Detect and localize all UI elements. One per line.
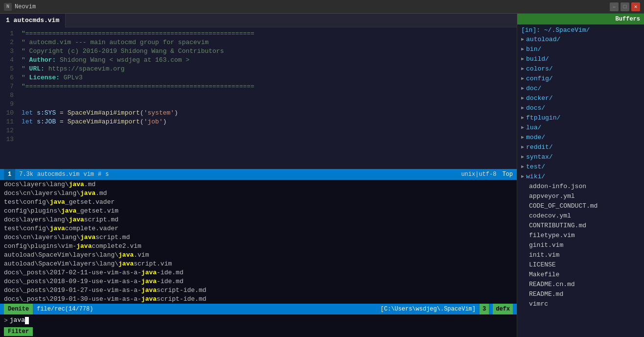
sidebar-folder-colors[interactable]: ▶ colors/	[517, 64, 644, 74]
folder-name: reddit/	[526, 143, 553, 152]
code-line-13	[22, 135, 513, 144]
result-2[interactable]: docs\cn\layers\lang\java.md	[0, 189, 517, 198]
file-name: README.cn.md	[529, 280, 575, 289]
in-path-label: [in]: ~/.SpaceVim/	[517, 25, 644, 35]
filter-prompt: >	[4, 317, 8, 324]
line-num-6: 6	[0, 73, 14, 82]
sidebar-folder-test[interactable]: ▶ test/	[517, 162, 644, 172]
file-name: CODE_OF_CONDUCT.md	[529, 202, 598, 211]
sidebar-folder-ftplugin[interactable]: ▶ ftplugin/	[517, 113, 644, 123]
code-line-6: " License: GPLv3	[22, 73, 513, 82]
sidebar-header-label: Buffers	[616, 16, 640, 23]
folder-name: ftplugin/	[526, 114, 560, 122]
minimize-button[interactable]: –	[610, 2, 619, 11]
result-13[interactable]: docs\_posts\2019-01-27-use-vim-as-a-java…	[0, 286, 517, 295]
code-line-11: let s:JOB = SpaceVim#api#import('job')	[22, 118, 513, 126]
result-8[interactable]: config\plugins\vim-javacomplete2.vim	[0, 242, 517, 251]
sidebar-folder-syntax[interactable]: ▶ syntax/	[517, 152, 644, 162]
sidebar-folder-docker[interactable]: ▶ docker/	[517, 94, 644, 103]
status-right: unix|utf-8 Top	[461, 171, 513, 178]
result-14[interactable]: docs\_posts\2019-01-30-use-vim-as-a-java…	[0, 295, 517, 304]
maximize-button[interactable]: □	[621, 2, 629, 11]
sidebar-file-init[interactable]: init.vim	[517, 250, 644, 260]
sidebar-file-codecov[interactable]: codecov.yml	[517, 211, 644, 221]
line-num-1: 1	[0, 29, 14, 38]
sidebar-file-appveyor[interactable]: appveyor.yml	[517, 192, 644, 201]
folder-name: syntax/	[526, 153, 553, 162]
folder-name: build/	[526, 55, 549, 64]
sidebar-file-code-of-conduct[interactable]: CODE_OF_CONDUCT.md	[517, 201, 644, 211]
tab-label: 1 autocmds.vim	[6, 17, 59, 24]
line-num-3: 3	[0, 47, 14, 56]
sidebar-file-readme[interactable]: README.md	[517, 289, 644, 299]
filter-badge-line: Filter	[0, 326, 517, 337]
result-3[interactable]: test\config\java_getset.vader	[0, 198, 517, 207]
sidebar-file-vimrc[interactable]: vimrc	[517, 299, 644, 309]
line-num-2: 2	[0, 38, 14, 47]
result-12[interactable]: docs\_posts\2018-09-19-use-vim-as-a-java…	[0, 277, 517, 286]
result-9[interactable]: autoload\SpaceVim\layers\lang\java.vim	[0, 251, 517, 260]
cursor	[25, 317, 29, 324]
line-numbers: 1 2 3 4 5 6 7 8 9 10 11 12 13	[0, 27, 18, 169]
chevron-right-icon: ▶	[521, 153, 524, 162]
sidebar-file-addon-info[interactable]: addon-info.json	[517, 182, 644, 192]
chevron-right-icon: ▶	[521, 65, 524, 73]
sidebar-file-makefile[interactable]: Makefile	[517, 270, 644, 280]
result-10[interactable]: autoload\SpaceVim\layers\lang\javascript…	[0, 260, 517, 268]
sidebar-file-contributing[interactable]: CONTRIBUTING.md	[517, 221, 644, 231]
folder-name: colors/	[526, 65, 553, 73]
result-7[interactable]: docs\cn\layers\lang\javascript.md	[0, 233, 517, 242]
line-num-7: 7	[0, 82, 14, 91]
sidebar-folder-lua[interactable]: ▶ lua/	[517, 123, 644, 133]
folder-name: test/	[526, 163, 545, 171]
file-name: addon-info.json	[529, 182, 586, 191]
line-num-12: 12	[0, 126, 14, 135]
result-5[interactable]: docs\layers\lang\javascript.md	[0, 216, 517, 224]
file-name: README.md	[529, 290, 563, 299]
sidebar-folder-doc[interactable]: ▶ doc/	[517, 84, 644, 94]
chevron-right-icon: ▶	[521, 104, 524, 113]
filter-input[interactable]: java	[10, 316, 29, 324]
sidebar-file-license[interactable]: LICENSE	[517, 260, 644, 270]
folder-name: docs/	[526, 104, 545, 113]
sidebar-content: [in]: ~/.SpaceVim/ ▶ autoload/ ▶ bin/ ▶ …	[517, 24, 644, 337]
in-path-value: [in]: ~/.SpaceVim/	[521, 26, 590, 34]
file-name: ginit.vim	[529, 241, 563, 250]
chevron-right-icon: ▶	[521, 35, 524, 44]
sidebar-file-filetype[interactable]: filetype.vim	[517, 231, 644, 241]
chevron-right-icon: ▶	[521, 143, 524, 152]
status-mode: 1	[4, 169, 15, 180]
status-position: Top	[502, 171, 513, 178]
close-button[interactable]: ✕	[631, 2, 640, 11]
sidebar-folder-docs[interactable]: ▶ docs/	[517, 103, 644, 113]
chevron-right-icon: ▶	[521, 114, 524, 122]
result-4[interactable]: config\plugins\java_getset.vim	[0, 207, 517, 216]
sidebar-folder-mode[interactable]: ▶ mode/	[517, 133, 644, 143]
code-line-12	[22, 126, 513, 135]
code-line-5: " URL: https://spacevim.org	[22, 65, 513, 73]
chevron-right-icon: ▶	[521, 45, 524, 54]
chevron-right-icon: ▶	[521, 163, 524, 171]
sidebar-folder-config[interactable]: ▶ config/	[517, 74, 644, 84]
folder-name: lua/	[526, 123, 541, 132]
sidebar-folder-build[interactable]: ▶ build/	[517, 54, 644, 64]
folder-name: docker/	[526, 94, 553, 103]
sidebar-folder-autoload[interactable]: ▶ autoload/	[517, 35, 644, 45]
file-name: vimrc	[529, 300, 548, 309]
tab-autocmds-vim[interactable]: 1 autocmds.vim	[0, 14, 66, 27]
line-num-4: 4	[0, 56, 14, 65]
chevron-right-icon: ▶	[521, 84, 524, 93]
result-11[interactable]: docs\_posts\2017-02-11-use-vim-as-a-java…	[0, 268, 517, 277]
sidebar-folder-bin[interactable]: ▶ bin/	[517, 45, 644, 54]
result-6[interactable]: test\config\javacomplete.vader	[0, 224, 517, 233]
code-line-3: " Copyright (c) 2016-2019 Shidong Wang &…	[22, 47, 513, 56]
sidebar-folder-reddit[interactable]: ▶ reddit/	[517, 143, 644, 152]
sidebar-file-ginit[interactable]: ginit.vim	[517, 241, 644, 250]
denite-area: docs\layers\lang\java.md docs\cn\layers\…	[0, 180, 517, 304]
result-1[interactable]: docs\layers\lang\java.md	[0, 180, 517, 189]
file-name: appveyor.yml	[529, 192, 575, 201]
folder-name: bin/	[526, 45, 541, 54]
sidebar-file-readme-cn[interactable]: README.cn.md	[517, 280, 644, 289]
chevron-right-icon: ▶	[521, 133, 524, 142]
sidebar-folder-wiki[interactable]: ▶ wiki/	[517, 172, 644, 182]
